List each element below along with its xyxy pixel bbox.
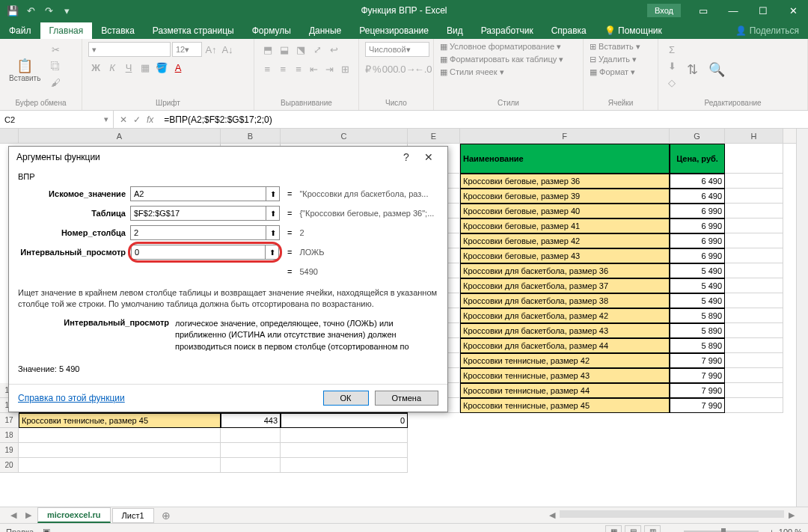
decrease-font-icon[interactable]: A↓ xyxy=(220,42,235,57)
zoom-in-icon[interactable]: + xyxy=(769,528,774,533)
hscroll-right-icon[interactable]: ▶ xyxy=(789,510,795,520)
table-cell-name[interactable]: Кроссовки беговые, размер 43 xyxy=(460,248,670,263)
tab-file[interactable]: Файл xyxy=(0,22,40,39)
table-cell-price[interactable]: 7 990 xyxy=(670,368,725,383)
cell-c17[interactable]: 0 xyxy=(281,413,408,428)
macro-record-icon[interactable]: ▣ xyxy=(43,527,50,532)
cell-a17[interactable]: Кроссовки теннисные, размер 45 xyxy=(19,413,221,428)
header-name[interactable]: Наименование xyxy=(460,144,670,174)
table-cell-price[interactable]: 5 890 xyxy=(670,323,725,338)
table-cell-name[interactable]: Кроссовки для баскетбола, размер 44 xyxy=(460,338,670,353)
name-box[interactable]: C2▾ xyxy=(0,111,114,128)
align-bottom-icon[interactable]: ⬔ xyxy=(293,42,308,57)
col-header-c[interactable]: C xyxy=(281,129,408,143)
table-cell-price[interactable]: 5 890 xyxy=(670,338,725,353)
zoom-level[interactable]: 100 % xyxy=(779,528,802,533)
formula-input[interactable]: =ВПР(A2;$F$2:$G$17;2;0) xyxy=(159,114,808,125)
redo-icon[interactable]: ↷ xyxy=(42,4,55,17)
table-cell-name[interactable]: Кроссовки для баскетбола, размер 37 xyxy=(460,278,670,293)
align-center-icon[interactable]: ≡ xyxy=(276,61,290,76)
col-header-e[interactable]: E xyxy=(408,129,460,143)
login-button[interactable]: Вход xyxy=(647,4,681,17)
horizontal-scrollbar[interactable] xyxy=(560,510,784,518)
wrap-text-icon[interactable]: ↩ xyxy=(326,42,341,57)
format-cells-button[interactable]: ▦ Формат ▾ xyxy=(590,67,652,77)
table-cell-price[interactable]: 6 990 xyxy=(670,248,725,263)
align-top-icon[interactable]: ⬒ xyxy=(260,42,275,57)
table-cell-name[interactable]: Кроссовки теннисные, размер 43 xyxy=(460,368,670,383)
align-middle-icon[interactable]: ⬓ xyxy=(277,42,292,57)
arg-col-ref-icon[interactable]: ⬆ xyxy=(266,225,280,240)
col-header-g[interactable]: G xyxy=(670,129,725,143)
tab-review[interactable]: Рецензирование xyxy=(350,22,438,39)
table-cell-price[interactable]: 5 890 xyxy=(670,308,725,323)
cancel-button[interactable]: Отмена xyxy=(375,391,438,406)
add-sheet-icon[interactable]: ⊕ xyxy=(154,510,178,522)
hscroll-left-icon[interactable]: ◀ xyxy=(549,510,555,520)
table-cell-price[interactable]: 6 490 xyxy=(670,174,725,189)
font-size-dropdown[interactable]: 12 ▾ xyxy=(172,42,202,57)
tab-view[interactable]: Вид xyxy=(438,22,472,39)
table-cell-name[interactable]: Кроссовки для баскетбола, размер 43 xyxy=(460,323,670,338)
view-page-break-icon[interactable]: ▥ xyxy=(644,525,661,533)
table-cell-name[interactable]: Кроссовки для баскетбола, размер 38 xyxy=(460,293,670,308)
save-icon[interactable]: 💾 xyxy=(6,4,19,17)
table-cell-name[interactable]: Кроссовки беговые, размер 41 xyxy=(460,218,670,233)
sheet-nav-next-icon[interactable]: ▶ xyxy=(21,510,36,520)
paste-button[interactable]: 📋 Вставить xyxy=(6,42,43,97)
tab-data[interactable]: Данные xyxy=(300,22,350,39)
enter-formula-icon[interactable]: ✓ xyxy=(133,114,141,125)
table-cell-name[interactable]: Кроссовки беговые, размер 40 xyxy=(460,204,670,218)
zoom-out-icon[interactable]: ― xyxy=(665,528,673,533)
table-cell-price[interactable]: 5 490 xyxy=(670,278,725,293)
dialog-close-icon[interactable]: ✕ xyxy=(417,151,440,163)
table-cell-price[interactable]: 6 490 xyxy=(670,189,725,204)
arg-range-input[interactable] xyxy=(131,245,266,260)
align-left-icon[interactable]: ≡ xyxy=(260,61,275,76)
autosum-icon[interactable]: Σ xyxy=(664,42,679,57)
row-header[interactable]: 20 xyxy=(0,458,19,473)
view-page-layout-icon[interactable]: ▤ xyxy=(625,525,641,533)
delete-cells-button[interactable]: ⊟ Удалить ▾ xyxy=(590,55,652,64)
table-cell-price[interactable]: 6 990 xyxy=(670,218,725,233)
decrease-indent-icon[interactable]: ⇤ xyxy=(307,61,321,76)
table-cell-price[interactable]: 7 990 xyxy=(670,353,725,368)
comma-icon[interactable]: 000 xyxy=(383,61,398,76)
table-cell-name[interactable]: Кроссовки беговые, размер 39 xyxy=(460,189,670,204)
row-header[interactable]: 19 xyxy=(0,443,19,458)
minimize-icon[interactable]: ― xyxy=(718,0,748,21)
cancel-formula-icon[interactable]: ✕ xyxy=(120,114,127,125)
insert-cells-button[interactable]: ⊞ Вставить ▾ xyxy=(590,42,652,52)
decrease-decimal-icon[interactable]: ←.0 xyxy=(416,61,431,76)
maximize-icon[interactable]: ☐ xyxy=(748,0,778,21)
cell-styles-button[interactable]: ▦ Стили ячеек ▾ xyxy=(440,67,577,77)
view-normal-icon[interactable]: ▦ xyxy=(605,525,622,533)
tab-insert[interactable]: Вставка xyxy=(92,22,144,39)
increase-decimal-icon[interactable]: .0→ xyxy=(400,61,414,76)
share-button[interactable]: 👤 Поделиться xyxy=(726,22,808,39)
row-header[interactable]: 17 xyxy=(0,413,19,428)
ribbon-options-icon[interactable]: ▭ xyxy=(688,0,718,21)
clear-icon[interactable]: ◇ xyxy=(664,75,679,90)
select-all-corner[interactable] xyxy=(0,129,19,143)
tab-help[interactable]: Справка xyxy=(542,22,596,39)
format-as-table-button[interactable]: ▦ Форматировать как таблицу ▾ xyxy=(440,55,577,64)
col-header-f[interactable]: F xyxy=(460,129,670,143)
table-cell-name[interactable]: Кроссовки беговые, размер 42 xyxy=(460,233,670,248)
arg-col-input[interactable] xyxy=(130,225,266,240)
fx-icon[interactable]: fx xyxy=(147,114,153,125)
tab-home[interactable]: Главная xyxy=(40,22,93,39)
tab-tellme[interactable]: 💡 Помощник xyxy=(596,22,671,39)
percent-icon[interactable]: % xyxy=(373,61,382,76)
sort-filter-button[interactable]: ⇅ xyxy=(684,42,701,97)
number-format-dropdown[interactable]: Числовой▾ xyxy=(365,42,429,57)
tab-developer[interactable]: Разработчик xyxy=(472,22,542,39)
fill-color-icon[interactable]: 🪣 xyxy=(154,60,169,75)
conditional-formatting-button[interactable]: ▦ Условное форматирование ▾ xyxy=(440,42,577,52)
table-cell-name[interactable]: Кроссовки для баскетбола, размер 42 xyxy=(460,308,670,323)
italic-icon[interactable]: К xyxy=(105,60,120,75)
col-header-h[interactable]: H xyxy=(725,129,783,143)
table-cell-name[interactable]: Кроссовки для баскетбола, размер 36 xyxy=(460,263,670,278)
table-cell-name[interactable]: Кроссовки теннисные, размер 42 xyxy=(460,353,670,368)
col-header-b[interactable]: B xyxy=(221,129,281,143)
